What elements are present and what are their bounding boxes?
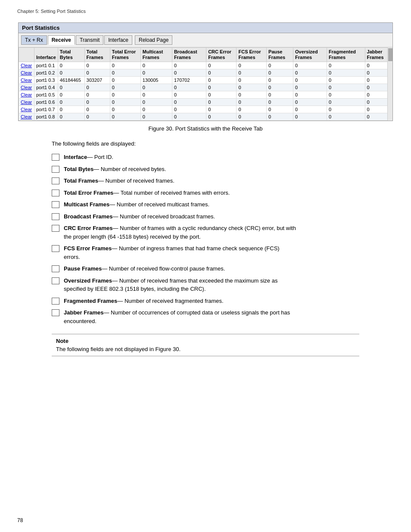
col-header-broadcast-frames: Broadcast Frames xyxy=(172,48,206,62)
cell-pause_frames: 0 xyxy=(267,113,293,121)
cell-fragmented_frames: 0 xyxy=(327,84,365,91)
cell-oversized_frames: 0 xyxy=(293,77,327,84)
col-header-fcs-error-frames: FCS Error Frames xyxy=(237,48,267,62)
clear-link[interactable]: Clear xyxy=(21,107,32,112)
cell-total_frames: 0 xyxy=(84,99,110,106)
cell-oversized_frames: 0 xyxy=(293,84,327,91)
field-text: Broadcast Frames— Number of received bro… xyxy=(64,212,296,221)
cell-broadcast_frames: 0 xyxy=(172,91,206,99)
field-bullet-icon xyxy=(52,166,59,173)
tab-interface[interactable]: Interface xyxy=(104,35,132,45)
cell-fcs_error_frames: 0 xyxy=(237,91,267,99)
table-row: Clearport1 0.700000000000 xyxy=(19,106,392,113)
clear-link[interactable]: Clear xyxy=(21,63,32,68)
cell-total_error_frames: 0 xyxy=(110,84,140,91)
cell-fragmented_frames: 0 xyxy=(327,91,365,99)
table-row: Clearport1 0.346184465303207013000517070… xyxy=(19,77,392,84)
cell-pause_frames: 0 xyxy=(267,62,293,69)
tab-tx-rx[interactable]: Tx + Rx xyxy=(21,35,47,45)
port-stats-title: Port Statistics xyxy=(19,23,392,33)
clear-link[interactable]: Clear xyxy=(21,92,32,97)
field-list: Interface— Port ID.Total Bytes— Number o… xyxy=(52,153,394,325)
field-bold-label: Oversized Frames xyxy=(64,277,112,284)
cell-oversized_frames: 0 xyxy=(293,91,327,99)
field-bold-label: Total Error Frames xyxy=(64,190,113,196)
cell-crc_error_frames: 0 xyxy=(206,69,237,77)
note-box: Note The following fields are not displa… xyxy=(52,334,359,356)
clear-link[interactable]: Clear xyxy=(21,85,32,90)
scrollbar-track[interactable] xyxy=(387,47,392,121)
cell-multicast_frames: 0 xyxy=(140,69,172,77)
col-header-pause-frames: Pause Frames xyxy=(267,48,293,62)
cell-oversized_frames: 0 xyxy=(293,99,327,106)
cell-pause_frames: 0 xyxy=(267,91,293,99)
cell-fcs_error_frames: 0 xyxy=(237,62,267,69)
field-text: FCS Error Frames— Number of ingress fram… xyxy=(64,244,296,261)
cell-total_bytes: 46184465 xyxy=(58,77,84,84)
field-bullet-icon xyxy=(52,277,59,284)
cell-fcs_error_frames: 0 xyxy=(237,106,267,113)
cell-fcs_error_frames: 0 xyxy=(237,77,267,84)
col-header-multicast-frames: Multicast Frames xyxy=(140,48,172,62)
cell-broadcast_frames: 0 xyxy=(172,106,206,113)
cell-total_bytes: 0 xyxy=(58,91,84,99)
cell-total_error_frames: 0 xyxy=(110,62,140,69)
list-item: Oversized Frames— Number of received fra… xyxy=(52,277,394,293)
cell-multicast_frames: 0 xyxy=(140,106,172,113)
cell-fcs_error_frames: 0 xyxy=(237,69,267,77)
table-row: Clearport1 0.100000000000 xyxy=(19,62,392,69)
port-stats-panel: Port Statistics Tx + Rx Receive Transmit… xyxy=(18,22,393,121)
field-bullet-icon xyxy=(52,298,59,305)
field-bold-label: Jabber Frames xyxy=(64,309,104,316)
cell-interface: port1 0.2 xyxy=(34,69,58,77)
cell-multicast_frames: 0 xyxy=(140,91,172,99)
following-fields-text: The following fields are displayed: xyxy=(52,140,394,147)
cell-oversized_frames: 0 xyxy=(293,62,327,69)
cell-total_bytes: 0 xyxy=(58,62,84,69)
cell-crc_error_frames: 0 xyxy=(206,77,237,84)
cell-broadcast_frames: 0 xyxy=(172,99,206,106)
table-row: Clearport1 0.200000000000 xyxy=(19,69,392,77)
cell-interface: port1 0.5 xyxy=(34,91,58,99)
tabs-row: Tx + Rx Receive Transmit Interface Reloa… xyxy=(19,33,392,47)
cell-crc_error_frames: 0 xyxy=(206,106,237,113)
stats-table-wrapper: Interface Total Bytes Total Frames Total… xyxy=(19,47,392,121)
cell-crc_error_frames: 0 xyxy=(206,84,237,91)
field-bullet-icon xyxy=(52,201,59,208)
cell-pause_frames: 0 xyxy=(267,99,293,106)
field-text: CRC Error Frames— Number of frames with … xyxy=(64,224,296,241)
field-text: Interface— Port ID. xyxy=(64,153,296,162)
list-item: Broadcast Frames— Number of received bro… xyxy=(52,212,394,221)
cell-total_error_frames: 0 xyxy=(110,99,140,106)
note-text: The following fields are not displayed i… xyxy=(56,346,355,352)
tab-receive[interactable]: Receive xyxy=(48,35,75,45)
table-row: Clearport1 0.600000000000 xyxy=(19,99,392,106)
chapter-header: Chapter 5: Setting Port Statistics xyxy=(17,9,394,14)
tab-transmit[interactable]: Transmit xyxy=(76,35,103,45)
field-bold-label: FCS Error Frames xyxy=(64,245,112,252)
col-header-fragmented-frames: Fragmented Frames xyxy=(327,48,365,62)
cell-total_frames: 0 xyxy=(84,69,110,77)
cell-fcs_error_frames: 0 xyxy=(237,84,267,91)
cell-oversized_frames: 0 xyxy=(293,106,327,113)
field-bold-label: Total Frames xyxy=(64,177,98,184)
clear-link[interactable]: Clear xyxy=(21,70,32,75)
clear-link[interactable]: Clear xyxy=(21,100,32,105)
scrollbar-thumb[interactable] xyxy=(388,48,392,61)
field-bullet-icon xyxy=(52,213,59,220)
cell-total_frames: 303207 xyxy=(84,77,110,84)
clear-link[interactable]: Clear xyxy=(21,114,32,119)
field-text: Total Bytes— Number of received bytes. xyxy=(64,165,296,174)
list-item: Fragmented Frames— Number of received fr… xyxy=(52,297,394,305)
cell-fcs_error_frames: 0 xyxy=(237,99,267,106)
cell-oversized_frames: 0 xyxy=(293,113,327,121)
cell-total_bytes: 0 xyxy=(58,99,84,106)
col-header-crc-error-frames: CRC Error Frames xyxy=(206,48,237,62)
cell-crc_error_frames: 0 xyxy=(206,99,237,106)
field-text: Oversized Frames— Number of received fra… xyxy=(64,277,296,293)
clear-link[interactable]: Clear xyxy=(21,78,32,83)
cell-broadcast_frames: 0 xyxy=(172,69,206,77)
field-bold-label: CRC Error Frames xyxy=(64,225,112,231)
reload-page-button[interactable]: Reload Page xyxy=(135,35,172,45)
cell-total_bytes: 0 xyxy=(58,84,84,91)
